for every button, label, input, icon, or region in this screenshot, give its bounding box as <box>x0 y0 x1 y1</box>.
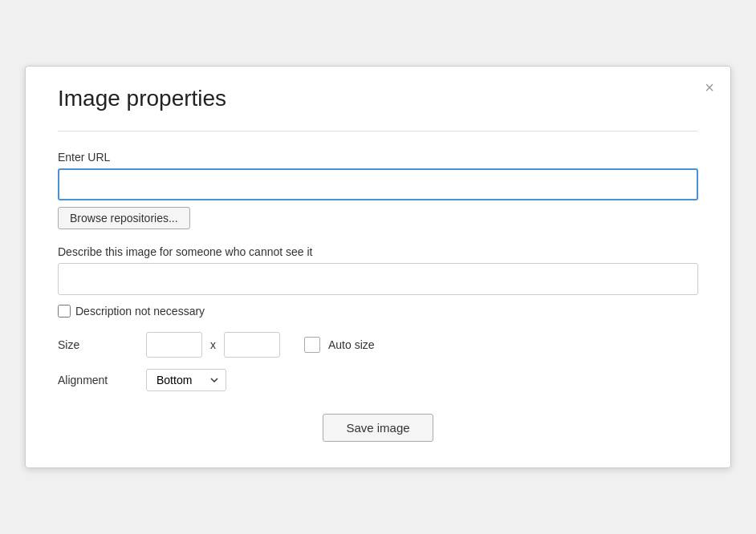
close-button[interactable]: × <box>705 79 714 95</box>
divider <box>58 131 698 131</box>
alt-text-label: Describe this image for someone who cann… <box>58 245 698 258</box>
alignment-row: Alignment Top Middle Bottom Left Right <box>58 369 698 391</box>
height-input[interactable] <box>224 332 280 358</box>
save-row: Save image <box>58 414 698 442</box>
description-not-necessary-row: Description not necessary <box>58 305 698 318</box>
alignment-select[interactable]: Top Middle Bottom Left Right <box>146 369 226 391</box>
description-not-necessary-label: Description not necessary <box>75 305 205 318</box>
auto-size-checkbox[interactable] <box>304 337 320 353</box>
url-input[interactable] <box>58 168 698 200</box>
url-label: Enter URL <box>58 151 698 164</box>
size-row: Size x Auto size <box>58 332 698 358</box>
width-input[interactable] <box>146 332 202 358</box>
size-separator: x <box>210 338 216 351</box>
image-properties-dialog: × Image properties Enter URL Browse repo… <box>25 66 731 468</box>
description-not-necessary-checkbox[interactable] <box>58 305 71 318</box>
save-image-button[interactable]: Save image <box>323 414 433 442</box>
browse-repositories-button[interactable]: Browse repositories... <box>58 207 190 229</box>
auto-size-label: Auto size <box>328 338 375 351</box>
alignment-label: Alignment <box>58 374 138 386</box>
alt-text-input[interactable] <box>58 263 698 295</box>
dialog-title: Image properties <box>58 86 698 111</box>
size-label: Size <box>58 338 138 351</box>
